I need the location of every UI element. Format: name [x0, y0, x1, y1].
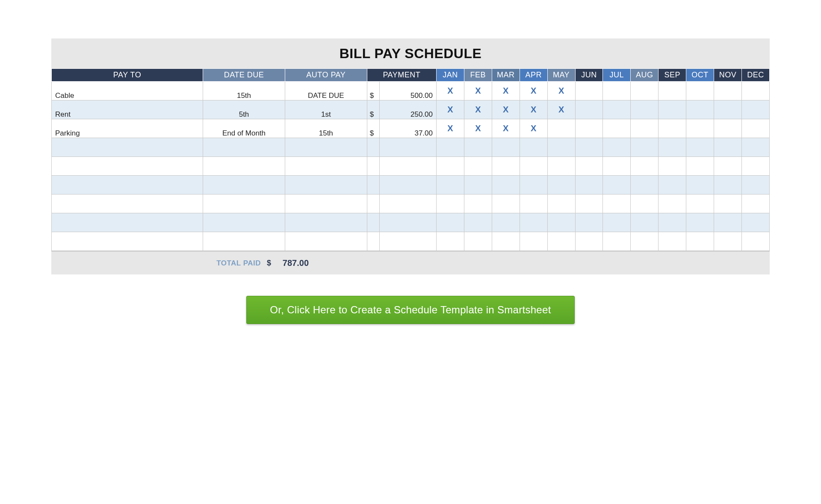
- cell-month-mark[interactable]: X: [492, 100, 520, 119]
- cell-month-mark[interactable]: [714, 119, 742, 138]
- cell-month-mark[interactable]: [714, 213, 742, 232]
- cell-month-mark[interactable]: X: [547, 100, 575, 119]
- cell-month-mark[interactable]: [436, 138, 464, 157]
- cell-payto[interactable]: [52, 138, 203, 157]
- cell-month-mark[interactable]: [520, 213, 547, 232]
- cell-month-mark[interactable]: X: [436, 82, 464, 100]
- cell-amount[interactable]: 250.00: [380, 100, 437, 119]
- cell-payto[interactable]: [52, 213, 203, 232]
- cell-auto[interactable]: [285, 176, 367, 195]
- cell-due[interactable]: [203, 176, 285, 195]
- cell-month-mark[interactable]: [547, 157, 575, 176]
- cell-due[interactable]: [203, 157, 285, 176]
- cell-currency[interactable]: [367, 195, 380, 213]
- cell-month-mark[interactable]: [547, 232, 575, 251]
- cell-auto[interactable]: 1st: [285, 100, 367, 119]
- cell-month-mark[interactable]: [631, 138, 659, 157]
- cell-month-mark[interactable]: [547, 176, 575, 195]
- cell-month-mark[interactable]: [492, 157, 520, 176]
- cell-month-mark[interactable]: [714, 176, 742, 195]
- cell-amount[interactable]: 37.00: [380, 119, 437, 138]
- cell-month-mark[interactable]: [520, 138, 547, 157]
- cell-month-mark[interactable]: [659, 119, 686, 138]
- cell-month-mark[interactable]: X: [520, 82, 547, 100]
- cell-month-mark[interactable]: [714, 232, 742, 251]
- cell-payto[interactable]: [52, 195, 203, 213]
- cell-month-mark[interactable]: [741, 195, 769, 213]
- cell-amount[interactable]: 500.00: [380, 82, 437, 100]
- cell-month-mark[interactable]: [575, 119, 603, 138]
- cell-auto[interactable]: [285, 195, 367, 213]
- cell-month-mark[interactable]: [659, 232, 686, 251]
- cell-month-mark[interactable]: X: [436, 100, 464, 119]
- cell-month-mark[interactable]: [741, 213, 769, 232]
- cell-month-mark[interactable]: [575, 82, 603, 100]
- cell-month-mark[interactable]: [686, 195, 714, 213]
- cell-currency[interactable]: [367, 213, 380, 232]
- cell-month-mark[interactable]: X: [492, 82, 520, 100]
- cell-amount[interactable]: [380, 176, 437, 195]
- cell-month-mark[interactable]: [686, 138, 714, 157]
- cell-month-mark[interactable]: [492, 138, 520, 157]
- cell-auto[interactable]: DATE DUE: [285, 82, 367, 100]
- cell-month-mark[interactable]: [714, 100, 742, 119]
- cell-month-mark[interactable]: [492, 232, 520, 251]
- cell-month-mark[interactable]: [603, 157, 631, 176]
- cell-month-mark[interactable]: [631, 195, 659, 213]
- cell-due[interactable]: [203, 213, 285, 232]
- cell-month-mark[interactable]: [603, 232, 631, 251]
- cell-month-mark[interactable]: X: [547, 82, 575, 100]
- cell-amount[interactable]: [380, 213, 437, 232]
- cell-month-mark[interactable]: X: [520, 100, 547, 119]
- cell-month-mark[interactable]: [603, 119, 631, 138]
- cell-month-mark[interactable]: [547, 138, 575, 157]
- cell-month-mark[interactable]: [547, 195, 575, 213]
- cell-month-mark[interactable]: [492, 213, 520, 232]
- cell-month-mark[interactable]: [603, 176, 631, 195]
- cell-auto[interactable]: [285, 232, 367, 251]
- create-in-smartsheet-button[interactable]: Or, Click Here to Create a Schedule Temp…: [246, 296, 574, 324]
- cell-amount[interactable]: [380, 195, 437, 213]
- cell-payto[interactable]: [52, 157, 203, 176]
- cell-due[interactable]: [203, 195, 285, 213]
- cell-month-mark[interactable]: [520, 232, 547, 251]
- cell-due[interactable]: 5th: [203, 100, 285, 119]
- cell-month-mark[interactable]: [714, 138, 742, 157]
- cell-month-mark[interactable]: [603, 213, 631, 232]
- cell-payto[interactable]: [52, 176, 203, 195]
- cell-month-mark[interactable]: [659, 176, 686, 195]
- cell-month-mark[interactable]: [741, 176, 769, 195]
- cell-month-mark[interactable]: [464, 232, 492, 251]
- cell-month-mark[interactable]: [659, 82, 686, 100]
- cell-auto[interactable]: [285, 157, 367, 176]
- cell-month-mark[interactable]: [603, 138, 631, 157]
- cell-due[interactable]: End of Month: [203, 119, 285, 138]
- cell-month-mark[interactable]: [603, 82, 631, 100]
- cell-amount[interactable]: [380, 138, 437, 157]
- cell-month-mark[interactable]: [714, 82, 742, 100]
- cell-month-mark[interactable]: [659, 195, 686, 213]
- cell-auto[interactable]: [285, 138, 367, 157]
- cell-month-mark[interactable]: [492, 176, 520, 195]
- cell-month-mark[interactable]: [686, 232, 714, 251]
- cell-month-mark[interactable]: [464, 176, 492, 195]
- cell-due[interactable]: [203, 138, 285, 157]
- cell-month-mark[interactable]: X: [436, 119, 464, 138]
- cell-month-mark[interactable]: X: [464, 119, 492, 138]
- cell-month-mark[interactable]: [686, 82, 714, 100]
- cell-month-mark[interactable]: [575, 232, 603, 251]
- cell-month-mark[interactable]: [714, 195, 742, 213]
- cell-month-mark[interactable]: [464, 157, 492, 176]
- cell-month-mark[interactable]: [741, 232, 769, 251]
- cell-month-mark[interactable]: [741, 138, 769, 157]
- cell-payto[interactable]: [52, 232, 203, 251]
- cell-month-mark[interactable]: [603, 195, 631, 213]
- cell-month-mark[interactable]: [575, 100, 603, 119]
- cell-month-mark[interactable]: [575, 138, 603, 157]
- cell-currency[interactable]: [367, 157, 380, 176]
- cell-month-mark[interactable]: [464, 195, 492, 213]
- cell-month-mark[interactable]: [547, 119, 575, 138]
- cell-month-mark[interactable]: [686, 213, 714, 232]
- cell-month-mark[interactable]: [686, 157, 714, 176]
- cell-month-mark[interactable]: X: [520, 119, 547, 138]
